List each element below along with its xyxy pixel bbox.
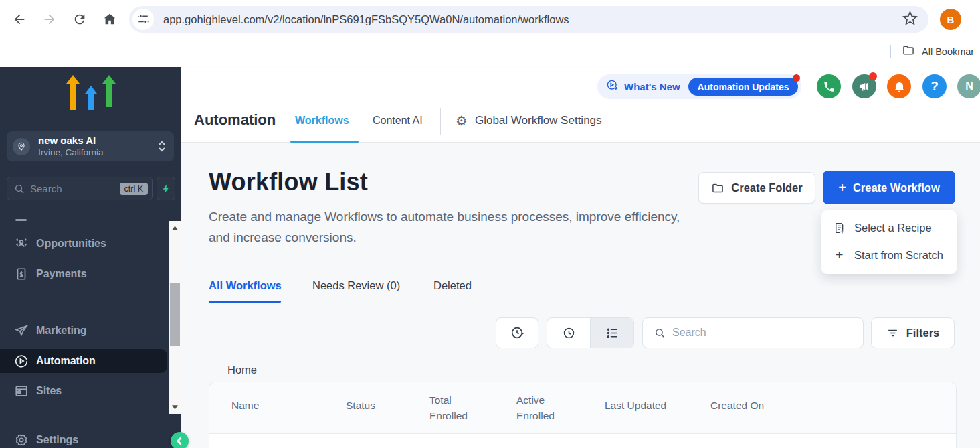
workflow-table: Name Status Total Enrolled Active Enroll… bbox=[209, 382, 957, 448]
sidebar-item-sites[interactable]: Sites bbox=[0, 379, 167, 403]
breadcrumb-home[interactable]: Home bbox=[227, 364, 257, 376]
tab-all-workflows[interactable]: All Workflows bbox=[209, 279, 282, 292]
sidebar-item-automation[interactable]: Automation bbox=[0, 349, 167, 373]
bookmarks-folder-icon bbox=[902, 44, 915, 60]
gohighlevel-logo bbox=[66, 75, 116, 114]
plus-icon: + bbox=[833, 248, 846, 263]
create-folder-button[interactable]: Create Folder bbox=[698, 172, 815, 204]
app-header: What's New Automation Updates ? N Automa… bbox=[181, 67, 980, 143]
page-description: Create and manage Workflows to automate … bbox=[209, 206, 680, 248]
filters-button[interactable]: Filters bbox=[871, 317, 955, 348]
tab-deleted[interactable]: Deleted bbox=[433, 279, 472, 292]
clock-icon bbox=[562, 326, 576, 340]
automation-updates-label: Automation Updates bbox=[698, 82, 789, 92]
recipe-icon bbox=[833, 222, 846, 234]
page-title: Workflow List bbox=[209, 168, 368, 196]
sidebar-item-label: Settings bbox=[36, 434, 78, 446]
sidebar-item-label: Opportunities bbox=[36, 238, 106, 250]
table-header-row: Name Status Total Enrolled Active Enroll… bbox=[209, 382, 956, 434]
scroll-up-icon[interactable] bbox=[169, 221, 181, 234]
tab-content-ai[interactable]: Content AI bbox=[373, 115, 423, 127]
home-icon[interactable] bbox=[98, 8, 121, 31]
sidebar-item-settings[interactable]: Settings bbox=[0, 428, 167, 448]
sidebar-divider bbox=[12, 301, 167, 301]
sidebar-item-opportunities[interactable]: Opportunities bbox=[0, 232, 167, 256]
url-text[interactable]: app.gohighlevel.com/v2/location/lnPS691g… bbox=[163, 13, 902, 26]
header-divider bbox=[440, 108, 441, 135]
sidebar-search[interactable]: ctrl K bbox=[7, 177, 153, 200]
location-city: Irvine, California bbox=[38, 147, 158, 158]
notifications-button[interactable] bbox=[887, 74, 911, 98]
create-workflow-label: Create Workflow bbox=[853, 181, 940, 194]
sidebar-collapse-button[interactable] bbox=[171, 432, 189, 448]
opportunities-icon bbox=[13, 236, 29, 252]
sidebar-item-marketing[interactable]: Marketing bbox=[0, 319, 167, 343]
tab-needs-review[interactable]: Needs Review (0) bbox=[312, 279, 400, 292]
sidebar-scrollbar[interactable] bbox=[169, 221, 181, 414]
create-folder-label: Create Folder bbox=[731, 181, 802, 194]
sidebar-item-payments[interactable]: Payments bbox=[0, 262, 167, 286]
sites-icon bbox=[13, 384, 29, 399]
bookmark-star-icon[interactable] bbox=[902, 11, 918, 29]
column-header-active-enrolled: Active Enrolled bbox=[516, 392, 565, 423]
bookmarks-divider bbox=[890, 45, 891, 58]
global-workflow-settings-button[interactable]: ⚙ Global Workflow Settings bbox=[456, 113, 602, 129]
menu-item-select-recipe[interactable]: Select a Recipe bbox=[821, 214, 957, 242]
lightning-icon bbox=[161, 183, 171, 194]
sidebar-item-label: Marketing bbox=[36, 325, 87, 337]
whats-new-button[interactable]: What's New Automation Updates bbox=[597, 74, 801, 99]
sidebar-item-label: Sites bbox=[36, 385, 62, 397]
plus-icon: + bbox=[838, 181, 846, 194]
clipped-menu-item bbox=[15, 219, 27, 221]
quick-actions-button[interactable] bbox=[157, 177, 175, 200]
site-settings-icon[interactable] bbox=[132, 9, 154, 30]
workflow-search[interactable] bbox=[642, 317, 864, 348]
filter-icon bbox=[886, 327, 899, 340]
tab-workflows[interactable]: Workflows bbox=[295, 115, 349, 127]
back-icon[interactable] bbox=[8, 8, 31, 31]
workflow-search-input[interactable] bbox=[672, 327, 863, 339]
column-header-status: Status bbox=[346, 400, 375, 412]
sidebar: new oaks AI Irvine, California ctrl K Op… bbox=[0, 67, 181, 448]
gear-icon: ⚙ bbox=[456, 113, 468, 129]
location-pin-icon bbox=[13, 138, 30, 155]
help-button[interactable]: ? bbox=[922, 74, 947, 98]
notification-dot bbox=[793, 74, 800, 82]
automation-updates-button[interactable]: Automation Updates bbox=[688, 78, 799, 96]
scrollbar-thumb[interactable] bbox=[170, 283, 180, 346]
browser-profile-avatar[interactable]: B bbox=[940, 9, 961, 30]
whats-new-icon bbox=[606, 79, 619, 94]
user-avatar[interactable]: N bbox=[957, 74, 980, 98]
reload-icon[interactable] bbox=[68, 8, 91, 31]
shortcut-badge: ctrl K bbox=[120, 183, 148, 195]
create-workflow-dropdown: Select a Recipe + Start from Scratch bbox=[821, 210, 957, 274]
all-bookmarks-label[interactable]: All Bookmarks bbox=[922, 46, 975, 57]
global-workflow-settings-label: Global Workflow Settings bbox=[475, 114, 602, 127]
chevron-left-icon bbox=[175, 437, 184, 445]
sidebar-search-input[interactable] bbox=[30, 183, 120, 194]
browser-toolbar: app.gohighlevel.com/v2/location/lnPS691g… bbox=[0, 0, 980, 39]
automation-icon bbox=[13, 354, 29, 369]
bell-icon bbox=[893, 80, 906, 93]
location-name: new oaks AI bbox=[38, 135, 158, 147]
bookmarks-bar: All Bookmarks bbox=[0, 39, 980, 64]
history-clock-icon bbox=[510, 325, 524, 340]
marketing-icon bbox=[13, 323, 29, 339]
scroll-down-icon[interactable] bbox=[169, 400, 181, 414]
list-view-button[interactable] bbox=[591, 318, 633, 348]
address-bar[interactable]: app.gohighlevel.com/v2/location/lnPS691g… bbox=[129, 6, 928, 33]
question-icon: ? bbox=[930, 79, 939, 94]
search-icon bbox=[654, 327, 666, 339]
phone-icon bbox=[823, 80, 836, 93]
location-switcher[interactable]: new oaks AI Irvine, California bbox=[7, 131, 174, 161]
search-icon bbox=[14, 183, 25, 194]
settings-gear-icon bbox=[13, 433, 29, 448]
menu-item-start-scratch[interactable]: + Start from Scratch bbox=[821, 242, 957, 269]
forward-icon[interactable] bbox=[38, 8, 61, 31]
announcements-button[interactable] bbox=[852, 74, 876, 98]
phone-button[interactable] bbox=[817, 74, 841, 98]
main-content: Workflow List Create and manage Workflow… bbox=[181, 143, 980, 448]
history-view-button[interactable] bbox=[547, 318, 590, 348]
execution-logs-button[interactable] bbox=[496, 317, 538, 348]
create-workflow-button[interactable]: + Create Workflow bbox=[823, 171, 955, 204]
